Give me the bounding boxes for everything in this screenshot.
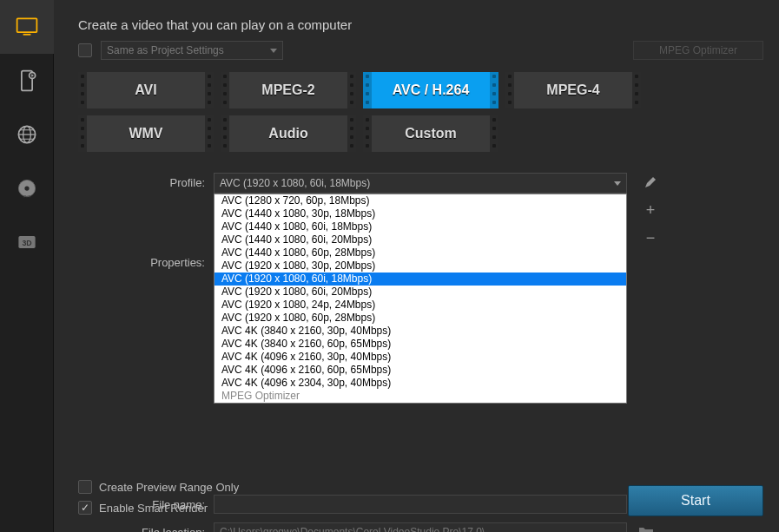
format-tile-wmv[interactable]: WMV (78, 115, 214, 152)
format-tile-mpeg-4[interactable]: MPEG-4 (505, 72, 641, 108)
project-settings-select[interactable]: Same as Project Settings (101, 41, 283, 60)
svg-rect-1 (23, 34, 31, 36)
format-tile-mpeg-2[interactable]: MPEG-2 (221, 72, 356, 108)
same-as-project-checkbox[interactable] (78, 43, 92, 57)
globe-icon (14, 122, 40, 147)
preview-range-label: Create Preview Range Only (99, 481, 239, 494)
start-button[interactable]: Start (628, 485, 763, 516)
add-profile-button[interactable]: + (641, 200, 660, 220)
file-location-label: File location: (78, 526, 205, 533)
file-location-input[interactable]: C:\Users\gregwo\Documents\Corel VideoStu… (214, 522, 627, 532)
svg-text:DVD: DVD (23, 194, 30, 199)
main-panel: Create a video that you can play on a co… (54, 0, 779, 532)
sidebar-item-disc[interactable]: DVD (0, 161, 54, 215)
profile-selected-value: AVC (1920 x 1080, 60i, 18Mbps) (220, 177, 370, 189)
preview-range-checkbox[interactable] (78, 480, 92, 494)
profile-option[interactable]: AVC (1440 x 1080, 60p, 28Mbps) (215, 246, 626, 259)
profile-option[interactable]: AVC 4K (4096 x 2304, 30p, 40Mbps) (215, 377, 626, 390)
sidebar-item-mobile[interactable] (0, 54, 54, 108)
browse-folder-button[interactable] (636, 522, 657, 532)
profile-option[interactable]: MPEG Optimizer (215, 390, 626, 403)
project-settings-label: Same as Project Settings (107, 44, 224, 56)
format-tile-avc-h-264[interactable]: AVC / H.264 (363, 72, 498, 108)
format-tiles: AVIMPEG-2AVC / H.264MPEG-4WMVAudioCustom (78, 72, 763, 152)
minus-icon: − (646, 229, 656, 247)
svg-rect-0 (17, 18, 37, 32)
3d-icon: 3D (14, 230, 40, 254)
folder-icon (638, 525, 654, 532)
profile-option[interactable]: AVC 4K (3840 x 2160, 60p, 65Mbps) (215, 338, 626, 351)
profile-option[interactable]: AVC (1920 x 1080, 24p, 24Mbps) (215, 299, 626, 312)
smart-render-checkbox[interactable] (78, 501, 92, 515)
profile-option[interactable]: AVC (1920 x 1080, 30p, 20Mbps) (215, 259, 626, 273)
page-title: Create a video that you can play on a co… (78, 17, 763, 32)
remove-profile-button[interactable]: − (641, 228, 660, 247)
profile-option[interactable]: AVC 4K (4096 x 2160, 60p, 65Mbps) (215, 364, 626, 377)
profile-label: Profile: (78, 173, 205, 189)
chevron-down-icon (614, 181, 621, 186)
mobile-icon (14, 69, 40, 93)
chevron-down-icon (270, 49, 277, 53)
profile-option[interactable]: AVC (1440 x 1080, 60i, 20Mbps) (215, 233, 626, 246)
disc-icon: DVD (14, 176, 40, 200)
pencil-icon (644, 175, 657, 189)
profile-option[interactable]: AVC (1280 x 720, 60p, 18Mbps) (215, 194, 626, 207)
properties-label: Properties: (78, 253, 205, 269)
profile-dropdown[interactable]: AVC (1280 x 720, 60p, 18Mbps)AVC (1440 x… (214, 194, 627, 404)
profile-option[interactable]: AVC 4K (3840 x 2160, 30p, 40Mbps) (215, 325, 626, 338)
profile-select[interactable]: AVC (1920 x 1080, 60i, 18Mbps) (214, 173, 627, 194)
profile-option[interactable]: AVC (1920 x 1080, 60i, 20Mbps) (215, 286, 626, 299)
profile-option[interactable]: AVC (1440 x 1080, 30p, 18Mbps) (215, 207, 626, 220)
sidebar-item-computer[interactable] (0, 0, 54, 54)
profile-option[interactable]: AVC 4K (4096 x 2160, 30p, 40Mbps) (215, 351, 626, 364)
format-tile-audio[interactable]: Audio (221, 115, 356, 152)
svg-text:3D: 3D (22, 239, 31, 247)
format-tile-custom[interactable]: Custom (363, 115, 498, 152)
edit-profile-button[interactable] (641, 173, 660, 192)
sidebar-item-3d[interactable]: 3D (0, 215, 54, 269)
monitor-icon (14, 15, 40, 39)
smart-render-label: Enable Smart Render (99, 502, 208, 515)
sidebar-item-web[interactable] (0, 108, 54, 161)
profile-option[interactable]: AVC (1920 x 1080, 60i, 18Mbps) (215, 273, 626, 286)
svg-point-10 (24, 186, 29, 190)
plus-icon: + (646, 201, 656, 220)
sidebar: DVD 3D (0, 0, 54, 532)
profile-option[interactable]: AVC (1920 x 1080, 60p, 28Mbps) (215, 312, 626, 325)
format-tile-avi[interactable]: AVI (78, 72, 214, 108)
profile-option[interactable]: AVC (1440 x 1080, 60i, 18Mbps) (215, 220, 626, 233)
mpeg-optimizer-button: MPEG Optimizer (633, 41, 763, 60)
